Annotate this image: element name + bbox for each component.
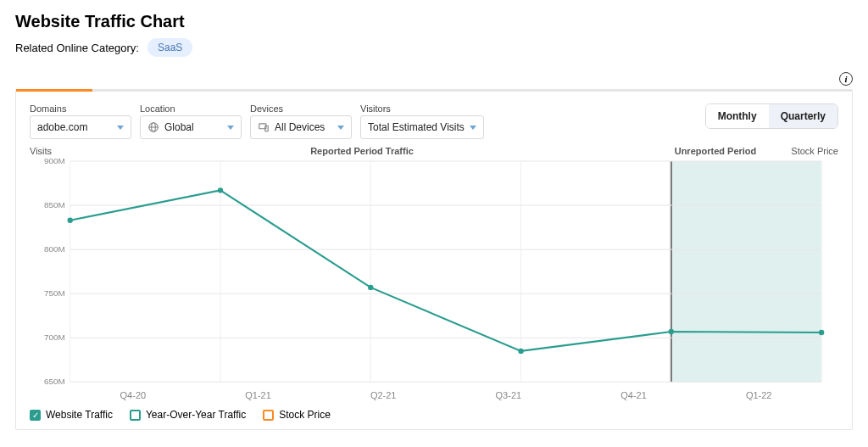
reported-label: Reported Period Traffic [81, 146, 643, 156]
x-tick: Q4-20 [70, 390, 196, 400]
quarterly-tab[interactable]: Quarterly [769, 104, 837, 128]
devices-label: Devices [250, 103, 352, 114]
visitors-label: Visitors [360, 103, 484, 114]
svg-point-29 [819, 330, 824, 335]
category-chip[interactable]: SaaS [147, 38, 192, 57]
svg-point-28 [669, 329, 674, 334]
yaxis-title: Visits [30, 146, 81, 156]
location-dropdown[interactable]: Global [140, 115, 242, 139]
svg-point-25 [218, 187, 223, 193]
domains-label: Domains [30, 103, 131, 114]
devices-dropdown[interactable]: All Devices [250, 115, 352, 139]
legend-yoy[interactable]: Year-Over-Year Traffic [130, 409, 246, 421]
svg-point-26 [368, 285, 373, 290]
svg-text:900M: 900M [44, 158, 65, 165]
chevron-down-icon [470, 126, 476, 130]
granularity-segment: Monthly Quarterly [705, 103, 838, 129]
x-tick: Q3-21 [446, 390, 571, 400]
chevron-down-icon [227, 126, 234, 130]
unreported-label: Unreported Period [643, 146, 787, 156]
globe-icon [147, 121, 159, 133]
svg-text:850M: 850M [44, 200, 65, 210]
svg-point-27 [518, 349, 523, 354]
svg-text:650M: 650M [44, 377, 65, 385]
chevron-down-icon [117, 126, 124, 130]
domains-dropdown[interactable]: adobe.com [30, 115, 131, 139]
x-axis: Q4-20Q1-21Q2-21Q3-21Q4-21Q1-22 [30, 390, 838, 400]
legend-stock[interactable]: Stock Price [263, 409, 331, 421]
svg-text:700M: 700M [44, 332, 65, 342]
x-tick: Q4-21 [571, 390, 697, 400]
page-title: Website Traffic Chart [15, 12, 853, 31]
stock-axis-title: Stock Price [787, 146, 838, 156]
visitors-dropdown[interactable]: Total Estimated Visits [360, 115, 484, 139]
svg-rect-4 [671, 161, 821, 382]
legend-traffic[interactable]: ✓ Website Traffic [30, 409, 113, 421]
devices-icon [258, 121, 270, 133]
location-label: Location [140, 103, 242, 114]
monthly-tab[interactable]: Monthly [706, 104, 769, 128]
svg-text:800M: 800M [44, 244, 65, 254]
x-tick: Q1-21 [196, 390, 321, 400]
x-tick: Q2-21 [320, 390, 446, 400]
svg-text:750M: 750M [44, 288, 65, 298]
chart-panel: Domains adobe.com Location Global Device… [15, 89, 853, 430]
x-tick: Q1-22 [696, 390, 821, 400]
svg-point-24 [68, 218, 73, 223]
related-label: Related Online Category: [15, 42, 139, 54]
chevron-down-icon [337, 126, 344, 130]
info-icon[interactable]: i [839, 72, 853, 86]
line-chart: 900M850M800M750M700M650M [30, 158, 838, 387]
